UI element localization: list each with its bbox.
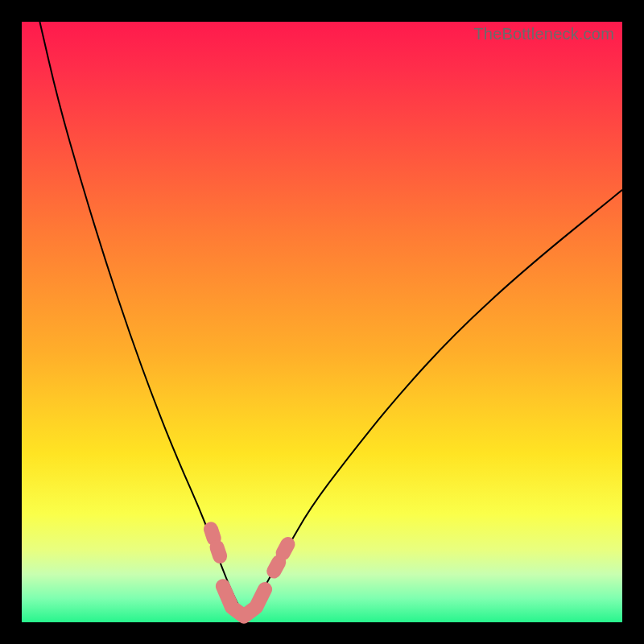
highlight-group (211, 529, 288, 616)
highlight-left-upper-dash (211, 529, 214, 538)
highlight-bottom-run (223, 586, 265, 616)
outer-frame: TheBottleneck.com (0, 0, 644, 644)
plot-area: TheBottleneck.com (22, 22, 622, 622)
highlight-right-lower-dash (274, 562, 279, 571)
chart-svg (22, 22, 622, 622)
bottleneck-curve (39, 22, 622, 613)
highlight-left-lower-dash (217, 547, 221, 556)
highlight-right-upper-dash (283, 544, 288, 553)
